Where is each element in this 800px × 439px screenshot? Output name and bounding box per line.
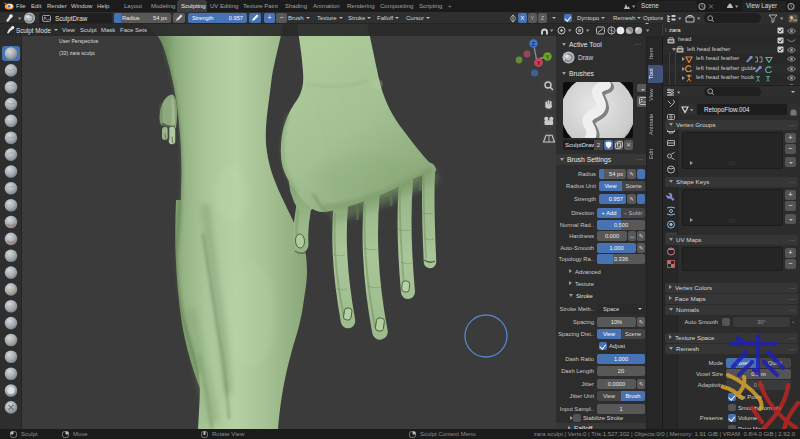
svg-text:X: X — [537, 60, 541, 66]
svg-text:(33) zara sculpt: (33) zara sculpt — [59, 50, 95, 56]
svg-text:Y: Y — [546, 54, 550, 60]
svg-text:User Perspective: User Perspective — [59, 38, 99, 44]
